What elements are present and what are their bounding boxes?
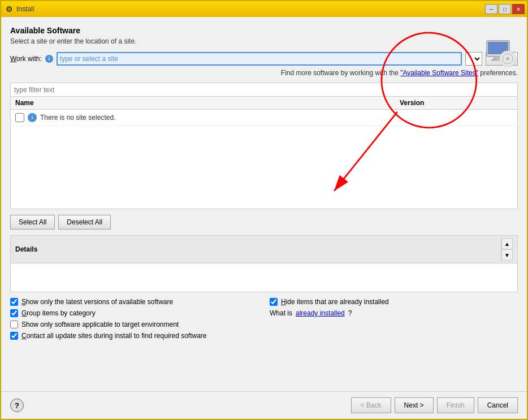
minimize-button[interactable]: ─ (485, 4, 497, 14)
close-button[interactable]: ✕ (512, 4, 525, 14)
footer-bar: ? < Back Next > Finish Cancel (1, 391, 527, 419)
work-with-row: Work with: i Add... (10, 52, 518, 66)
install-window: ⚙ Install ─ □ ✕ Avail (0, 0, 528, 420)
options-section: Show only the latest versions of availab… (10, 298, 518, 340)
more-software-prefix: Find more software by working with the (281, 69, 400, 77)
details-label: Details (15, 245, 37, 253)
row-text: There is no site selected. (40, 114, 115, 122)
titlebar-left: ⚙ Install (6, 5, 34, 14)
footer-left: ? (10, 399, 24, 412)
table-row: i There is no site selected. (11, 110, 517, 126)
help-button[interactable]: ? (10, 399, 24, 412)
contact-sites-label: Contact all update sites during install … (21, 332, 207, 340)
row-info-icon: i (28, 113, 37, 122)
option-latest-versions: Show only the latest versions of availab… (10, 298, 258, 306)
hide-installed-checkbox[interactable] (270, 298, 278, 306)
option-contact-sites: Contact all update sites during install … (10, 332, 258, 340)
maximize-button[interactable]: □ (499, 4, 511, 14)
group-category-label: Group items by category (21, 309, 96, 317)
group-category-checkbox[interactable] (10, 309, 18, 317)
filter-input[interactable] (10, 83, 518, 96)
column-name: Name (15, 99, 400, 107)
target-env-label: Show only software applicable to target … (21, 321, 179, 328)
finish-button[interactable]: Finish (437, 397, 474, 413)
site-input[interactable] (57, 52, 462, 66)
option-group-category: Group items by category (10, 309, 258, 317)
titlebar-buttons: ─ □ ✕ (485, 4, 525, 14)
deselect-all-button[interactable]: Deselect All (58, 215, 111, 230)
svg-point-6 (506, 57, 509, 60)
what-is-label: What is (270, 309, 292, 317)
cancel-button[interactable]: Cancel (478, 397, 518, 413)
details-header: Details ▲ ▼ (11, 236, 517, 263)
already-installed-link[interactable]: already installed (296, 309, 345, 317)
titlebar: ⚙ Install ─ □ ✕ (1, 1, 527, 17)
footer-right: < Back Next > Finish Cancel (351, 397, 518, 413)
main-content: Available Software Select a site or ente… (1, 17, 527, 391)
work-with-label: Work with: (10, 55, 42, 63)
next-button[interactable]: Next > (395, 397, 434, 413)
column-version: Version (400, 99, 513, 107)
target-env-checkbox[interactable] (10, 321, 18, 328)
selection-buttons: Select All Deselect All (10, 215, 518, 230)
option-hide-installed: Hide items that are already installed (270, 298, 518, 306)
scroll-up-button[interactable]: ▲ (501, 238, 513, 249)
details-scroll: ▲ ▼ (501, 238, 513, 261)
option-target-env: Show only software applicable to target … (10, 321, 258, 328)
options-right: Hide items that are already installed Wh… (270, 298, 518, 340)
details-body (11, 263, 517, 292)
latest-versions-label: Show only the latest versions of availab… (21, 298, 173, 306)
details-section: Details ▲ ▼ (10, 235, 518, 292)
question-mark: ? (348, 309, 352, 317)
available-software-sites-link[interactable]: "Available Software Sites" (400, 69, 478, 77)
titlebar-icon: ⚙ (6, 5, 13, 14)
row-checkbox[interactable] (15, 113, 24, 122)
scroll-down-button[interactable]: ▼ (501, 249, 513, 261)
contact-sites-checkbox[interactable] (10, 332, 18, 340)
titlebar-title: Install (16, 5, 34, 13)
info-icon[interactable]: i (45, 55, 53, 63)
more-software-row: Find more software by working with the "… (10, 69, 518, 77)
software-table: Name Version i There is no site selected… (10, 96, 518, 209)
latest-versions-checkbox[interactable] (10, 298, 18, 306)
software-icon (478, 35, 518, 75)
hide-installed-label: Hide items that are already installed (281, 298, 389, 306)
table-header: Name Version (11, 97, 517, 110)
option-what-installed: What is already installed ? (270, 309, 518, 317)
select-all-button[interactable]: Select All (10, 215, 55, 230)
section-subtitle: Select a site or enter the location of a… (10, 37, 518, 45)
section-title: Available Software (10, 26, 518, 35)
back-button[interactable]: < Back (351, 397, 391, 413)
options-left: Show only the latest versions of availab… (10, 298, 258, 340)
